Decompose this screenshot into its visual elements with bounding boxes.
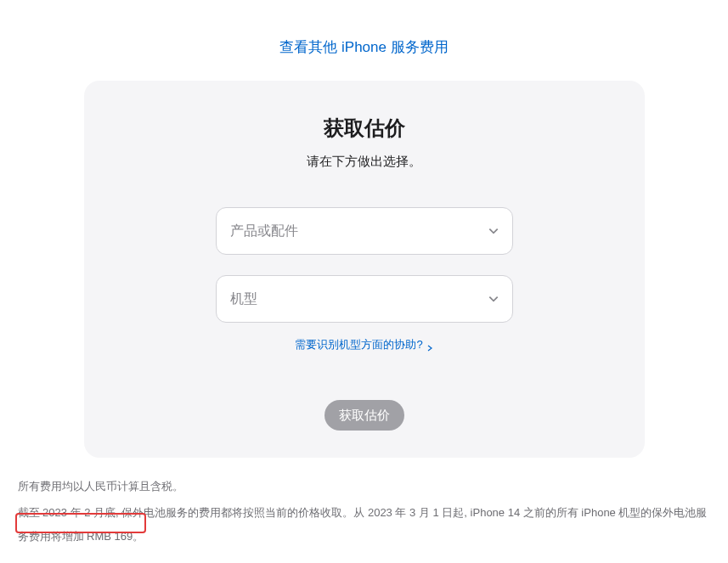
card-subtitle: 请在下方做出选择。 — [118, 154, 611, 170]
footnote-price-change: 截至 2023 年 2 月底, 保外电池服务的费用都将按照当前的价格收取。从 2… — [18, 501, 711, 548]
footnote-tax: 所有费用均以人民币计算且含税。 — [18, 475, 711, 498]
product-select-placeholder: 产品或配件 — [230, 222, 298, 240]
get-estimate-button[interactable]: 获取估价 — [324, 400, 404, 431]
estimate-card: 获取估价 请在下方做出选择。 产品或配件 机型 需要识别机型方面的协助? 获取估… — [84, 81, 645, 458]
product-select[interactable]: 产品或配件 — [216, 207, 513, 255]
model-select-placeholder: 机型 — [230, 290, 257, 308]
model-select[interactable]: 机型 — [216, 275, 513, 323]
footnotes: 所有费用均以人民币计算且含税。 截至 2023 年 2 月底, 保外电池服务的费… — [9, 475, 720, 548]
identify-model-help-link[interactable]: 需要识别机型方面的协助? — [295, 337, 432, 352]
help-link-label: 需要识别机型方面的协助? — [295, 337, 422, 352]
other-service-fees-link[interactable]: 查看其他 iPhone 服务费用 — [279, 39, 448, 55]
card-title: 获取估价 — [118, 115, 611, 142]
chevron-right-icon — [426, 341, 433, 348]
